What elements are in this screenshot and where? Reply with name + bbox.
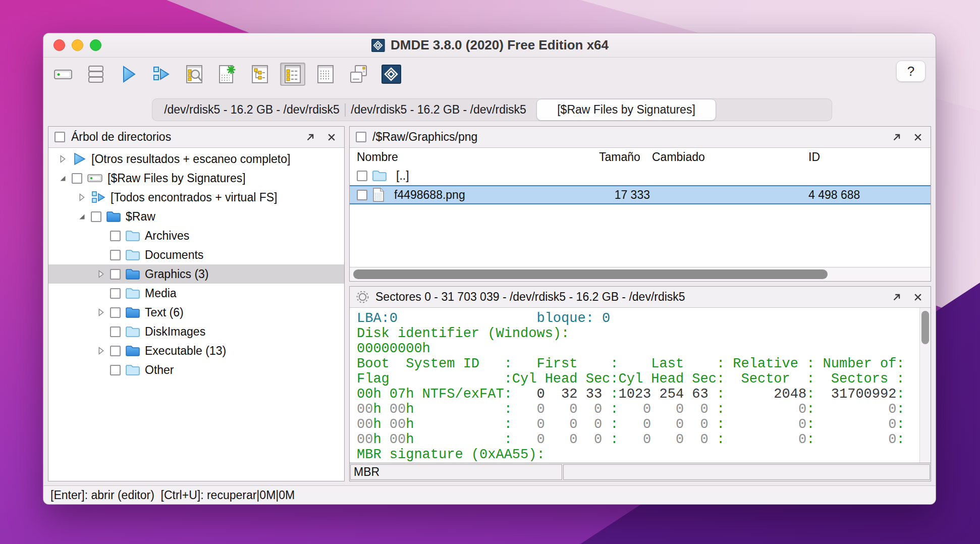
tree-item[interactable]: [Otros resultados + escaneo completo] — [48, 149, 344, 169]
tree-item-checkbox[interactable] — [110, 307, 121, 318]
help-button[interactable]: ? — [896, 61, 925, 82]
file-row-checkbox[interactable] — [357, 171, 367, 181]
minimize-window-button[interactable] — [72, 39, 83, 51]
tree-item[interactable]: Text (6) — [48, 303, 344, 322]
dmde-logo-button[interactable] — [378, 63, 404, 86]
open-volume-button[interactable] — [116, 63, 141, 86]
tree-item-checkbox[interactable] — [91, 211, 101, 222]
expand-panel-icon[interactable] — [303, 130, 318, 145]
right-column: /$Raw/Graphics/png NombreTamañoCambiadoI… — [349, 126, 931, 481]
tree-item[interactable]: Other — [48, 360, 344, 379]
expander-collapsed-icon[interactable] — [92, 268, 110, 280]
expand-panel-icon[interactable] — [889, 290, 904, 305]
close-panel-icon[interactable] — [324, 130, 339, 145]
close-panel-icon[interactable] — [910, 130, 925, 145]
tree-item-checkbox[interactable] — [72, 173, 82, 184]
tree-item-label: Media — [145, 287, 177, 300]
expand-panel-icon[interactable] — [889, 130, 904, 145]
folder-icon — [125, 248, 140, 261]
title-bar: DMDE 3.8.0 (2020) Free Edition x64 — [43, 33, 936, 58]
zoom-window-button[interactable] — [90, 39, 101, 51]
sector-footer-partition-label: MBR — [350, 464, 562, 480]
expander-collapsed-icon[interactable] — [92, 307, 110, 318]
tree-item-label: Text (6) — [145, 306, 184, 319]
tab-1[interactable]: /dev/rdisk5 - 16.2 GB - /dev/rdisk5 — [159, 103, 345, 117]
folder-tree-view-button[interactable] — [247, 63, 273, 86]
full-scan-button[interactable] — [182, 63, 207, 86]
new-scan-button[interactable] — [214, 63, 240, 86]
select-device-button[interactable] — [50, 63, 76, 86]
sector-view-button[interactable] — [313, 63, 338, 86]
folder-filled-icon — [106, 210, 121, 223]
hex-line: 00000000h — [357, 341, 917, 356]
scan-volume-button[interactable] — [149, 63, 174, 86]
tree-item-checkbox[interactable] — [110, 327, 121, 337]
expander-expanded-icon[interactable] — [73, 211, 91, 222]
tree-item-label: Archives — [145, 229, 189, 243]
horizontal-scrollbar-thumb[interactable] — [353, 269, 828, 279]
tree-item-label: DiskImages — [145, 325, 205, 339]
folder-filled-icon — [125, 306, 140, 319]
sector-footer-info — [563, 464, 930, 480]
image-file-icon — [372, 187, 385, 202]
column-header-cambiado[interactable]: Cambiado — [652, 150, 808, 164]
tree-item-label: [Todos encontrados + virtual FS] — [111, 191, 277, 204]
tree-item[interactable]: Archives — [48, 226, 344, 245]
windows-view-button[interactable] — [346, 63, 371, 86]
scan-icon — [91, 190, 106, 205]
hex-line: Disk identifier (Windows): — [357, 326, 917, 341]
close-panel-icon[interactable] — [910, 290, 925, 305]
tab-3[interactable]: [$Raw Files by Signatures] — [536, 99, 716, 121]
file-id: 4 498 688 — [808, 188, 931, 202]
tree-item-checkbox[interactable] — [110, 231, 121, 241]
expander-collapsed-icon[interactable] — [53, 153, 72, 165]
toolbar: ? — [43, 58, 936, 94]
folder-icon — [125, 325, 140, 338]
tree-item-checkbox[interactable] — [110, 346, 121, 356]
tree-panel-checkbox[interactable] — [55, 132, 65, 142]
file-list: [..]f4498688.png17 3334 498 688 — [350, 166, 931, 204]
close-window-button[interactable] — [53, 39, 65, 51]
tab-2[interactable]: /dev/rdisk5 - 16.2 GB - /dev/rdisk5 — [346, 103, 531, 117]
horizontal-scrollbar[interactable] — [350, 267, 931, 281]
column-header-tamaño[interactable]: Tamaño — [599, 150, 652, 164]
tree-item-checkbox[interactable] — [110, 250, 121, 260]
file-panel-checkbox[interactable] — [356, 132, 366, 142]
tree-item-label: Other — [145, 363, 174, 377]
tree-item-label: [Otros resultados + escaneo completo] — [91, 152, 290, 166]
expander-collapsed-icon[interactable] — [73, 192, 91, 203]
column-header-nombre[interactable]: Nombre — [357, 150, 599, 164]
vertical-scrollbar[interactable] — [919, 308, 931, 463]
file-panel-title: /$Raw/Graphics/png — [372, 130, 883, 144]
tree-item[interactable]: Executable (13) — [48, 341, 344, 360]
expander-collapsed-icon[interactable] — [92, 345, 110, 356]
file-list-column-headers: NombreTamañoCambiadoID — [350, 148, 931, 166]
column-header-id[interactable]: ID — [808, 150, 931, 164]
file-list-view-button[interactable] — [280, 63, 305, 86]
tree-item[interactable]: Media — [48, 284, 344, 303]
tree-item[interactable]: [$Raw Files by Signatures] — [48, 169, 344, 188]
directory-tree-panel: Árbol de directorios [Otros resultados +… — [48, 126, 345, 481]
tree-item-checkbox[interactable] — [110, 365, 121, 375]
file-row[interactable]: f4498688.png17 3334 498 688 — [350, 185, 931, 204]
tree-item[interactable]: [Todos encontrados + virtual FS] — [48, 188, 344, 207]
folder-icon — [125, 363, 140, 376]
dmde-logo-icon — [370, 38, 386, 53]
tree-item[interactable]: DiskImages — [48, 322, 344, 341]
tree-item-checkbox[interactable] — [110, 269, 121, 280]
file-row-checkbox[interactable] — [357, 190, 367, 200]
tree-item[interactable]: $Raw — [48, 207, 344, 226]
tree-item[interactable]: Graphics (3) — [48, 264, 344, 284]
expander-expanded-icon[interactable] — [53, 173, 72, 184]
folder-filled-icon — [125, 267, 140, 281]
vertical-scrollbar-thumb[interactable] — [921, 311, 929, 344]
tree-item-label: [$Raw Files by Signatures] — [107, 172, 246, 185]
tree-item-checkbox[interactable] — [110, 288, 121, 299]
file-row[interactable]: [..] — [350, 166, 931, 185]
hex-line: 00h 00h : 0 0 0 : 0 0 0 : 0: 0: — [357, 402, 917, 417]
hex-line: Flag :Cyl Head Sec:Cyl Head Sec: Sector … — [357, 371, 917, 387]
tree-item[interactable]: Documents — [48, 245, 344, 264]
tree-panel-title: Árbol de directorios — [71, 130, 297, 144]
file-list-panel: /$Raw/Graphics/png NombreTamañoCambiadoI… — [349, 126, 931, 282]
show-volumes-button[interactable] — [83, 63, 108, 86]
